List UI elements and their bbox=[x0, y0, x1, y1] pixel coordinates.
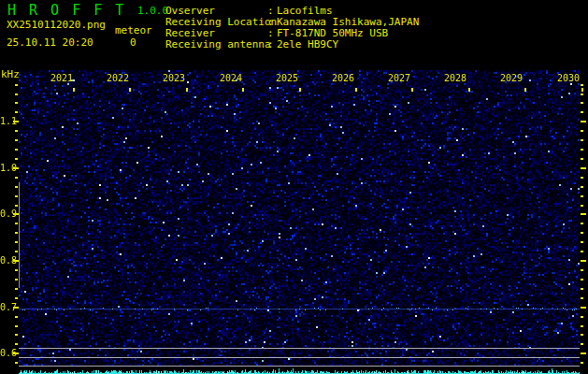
x-tick-label: 2022 bbox=[107, 73, 129, 83]
tick-mark bbox=[581, 102, 583, 104]
tick-mark bbox=[581, 241, 583, 243]
tick-mark bbox=[15, 316, 18, 318]
tick-mark bbox=[15, 288, 18, 290]
tick-mark bbox=[15, 84, 18, 86]
app-title: H R O F F T bbox=[7, 3, 126, 18]
tick-mark bbox=[13, 213, 19, 215]
tick-mark bbox=[581, 111, 583, 113]
tick-mark bbox=[15, 205, 18, 207]
meteor-count: 0 bbox=[130, 37, 136, 49]
tick-mark bbox=[581, 269, 583, 271]
tick-mark bbox=[13, 121, 19, 122]
app-version: 1.0.0 bbox=[137, 6, 168, 17]
tick-mark bbox=[581, 223, 583, 224]
y-axis-unit-label: kHz bbox=[1, 69, 20, 80]
tick-mark bbox=[581, 177, 583, 179]
signal-level-trace-canvas bbox=[19, 367, 580, 374]
tick-mark bbox=[581, 279, 583, 280]
tick-mark bbox=[15, 362, 18, 364]
tick-mark bbox=[15, 111, 18, 113]
tick-mark bbox=[15, 297, 18, 299]
tick-mark bbox=[581, 195, 583, 197]
tick-mark bbox=[581, 288, 583, 290]
x-tick-label: 2029 bbox=[500, 73, 523, 83]
tick-mark bbox=[15, 102, 18, 104]
tick-mark bbox=[581, 130, 583, 132]
tick-mark bbox=[411, 88, 413, 92]
x-tick-label: 2027 bbox=[388, 73, 410, 83]
tick-mark bbox=[15, 94, 18, 95]
x-tick-label: 2025 bbox=[276, 73, 298, 83]
tick-mark bbox=[581, 334, 583, 336]
tick-mark bbox=[468, 88, 470, 92]
output-filename: XX2510112020.png bbox=[7, 20, 106, 31]
tick-mark bbox=[581, 260, 586, 262]
tick-mark bbox=[15, 232, 18, 234]
tick-mark bbox=[581, 205, 583, 207]
tick-mark bbox=[581, 213, 586, 215]
tick-mark bbox=[13, 260, 19, 262]
tick-mark bbox=[581, 325, 583, 327]
tick-mark bbox=[15, 186, 18, 188]
tick-mark bbox=[581, 316, 583, 318]
tick-mark bbox=[186, 88, 188, 92]
tick-mark bbox=[15, 177, 18, 179]
info-value-antenna: 2ele HB9CY bbox=[277, 39, 338, 50]
tick-mark bbox=[581, 84, 583, 86]
x-tick-label: 2023 bbox=[163, 73, 185, 83]
x-tick-label: 2030 bbox=[557, 73, 580, 83]
tick-mark bbox=[581, 139, 583, 141]
tick-mark bbox=[15, 269, 18, 271]
tick-mark bbox=[581, 251, 583, 252]
x-tick-label: 2026 bbox=[332, 73, 354, 83]
tick-mark bbox=[581, 158, 583, 160]
tick-mark bbox=[15, 130, 18, 132]
tick-mark bbox=[355, 88, 357, 92]
tick-mark bbox=[524, 88, 526, 92]
tick-mark bbox=[581, 149, 583, 151]
tick-mark bbox=[581, 307, 586, 309]
tick-mark bbox=[15, 195, 18, 197]
tick-mark bbox=[581, 362, 583, 364]
tick-mark bbox=[581, 167, 586, 169]
tick-mark bbox=[581, 343, 583, 345]
tick-mark bbox=[581, 94, 583, 95]
spectrogram-canvas bbox=[19, 70, 580, 367]
hrofft-window: H R O F F T 1.0.0 XX2510112020.png meteo… bbox=[0, 0, 588, 374]
tick-mark bbox=[15, 279, 18, 280]
tick-mark bbox=[13, 307, 19, 309]
tick-mark bbox=[581, 297, 583, 299]
tick-mark bbox=[129, 88, 131, 92]
info-separator: : bbox=[267, 39, 274, 50]
mode-label: meteor bbox=[115, 25, 152, 36]
tick-mark bbox=[581, 352, 586, 354]
info-label-antenna: Receiving antenna bbox=[165, 39, 271, 50]
x-tick-label: 2024 bbox=[220, 73, 242, 83]
tick-mark bbox=[581, 121, 586, 122]
tick-mark bbox=[15, 343, 18, 345]
tick-mark bbox=[73, 88, 75, 92]
tick-mark bbox=[15, 334, 18, 336]
tick-mark bbox=[15, 149, 18, 151]
tick-mark bbox=[581, 232, 583, 234]
tick-mark bbox=[299, 88, 301, 92]
x-tick-label: 2028 bbox=[444, 73, 466, 83]
tick-mark bbox=[15, 251, 18, 252]
tick-mark bbox=[581, 186, 583, 188]
tick-mark bbox=[15, 223, 18, 224]
tick-mark bbox=[581, 88, 583, 92]
tick-mark bbox=[15, 325, 18, 327]
tick-mark bbox=[13, 352, 19, 354]
tick-mark bbox=[15, 139, 18, 141]
tick-mark bbox=[13, 167, 19, 169]
tick-mark bbox=[242, 88, 244, 92]
x-tick-label: 2021 bbox=[50, 73, 73, 83]
timestamp-label: 25.10.11 20:20 bbox=[7, 37, 93, 49]
tick-mark bbox=[15, 158, 18, 160]
tick-mark bbox=[15, 241, 18, 243]
